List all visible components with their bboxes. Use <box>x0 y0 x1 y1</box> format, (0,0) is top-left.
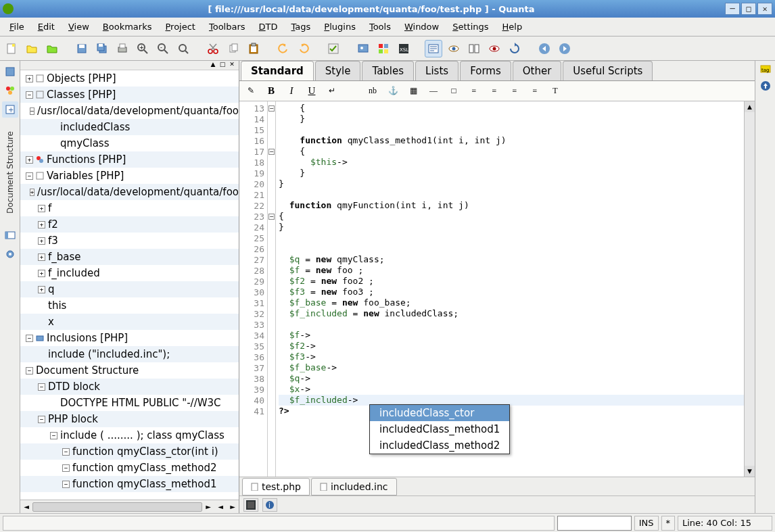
expander-icon[interactable]: − <box>62 481 70 488</box>
templates-view-icon[interactable]: + <box>2 101 18 118</box>
menu-window[interactable]: Window <box>399 20 444 34</box>
tree-node[interactable]: DOCTYPE HTML PUBLIC "-//W3C <box>20 395 239 411</box>
files-view-icon[interactable] <box>2 64 18 80</box>
format-btn-8[interactable]: ▦ <box>406 84 421 99</box>
eye2-icon[interactable] <box>486 40 503 57</box>
menu-dtd[interactable]: DTD <box>254 20 283 34</box>
expander-icon[interactable]: + <box>38 253 45 261</box>
paste-icon[interactable] <box>245 40 262 57</box>
editor-vscroll[interactable]: ▲ ▼ <box>744 101 755 477</box>
check-icon[interactable] <box>325 40 342 57</box>
tree-node[interactable]: +Objects [PHP] <box>20 70 239 87</box>
tag-attributes-icon[interactable]: tag <box>760 64 771 76</box>
tree-node[interactable]: include ("included.inc"); <box>20 346 239 362</box>
status-input[interactable] <box>557 516 632 531</box>
view-source-icon[interactable] <box>425 40 442 57</box>
expander-icon[interactable]: + <box>26 75 33 82</box>
refresh-icon[interactable] <box>506 40 523 57</box>
expander-icon[interactable]: − <box>30 107 34 115</box>
expander-icon[interactable]: + <box>38 286 45 293</box>
format-btn-14[interactable]: ≡ <box>527 84 542 99</box>
expander-icon[interactable]: + <box>26 156 33 164</box>
expander-icon[interactable]: + <box>38 221 45 228</box>
expander-icon[interactable]: − <box>38 416 45 423</box>
tab-tables[interactable]: Tables <box>362 61 414 80</box>
redo-icon[interactable] <box>295 40 312 57</box>
insert-mode-indicator[interactable]: INS <box>634 516 659 531</box>
tree-node[interactable]: −Inclusions [PHP] <box>20 330 239 346</box>
menu-settings[interactable]: Settings <box>447 20 494 34</box>
expander-icon[interactable]: − <box>62 464 70 472</box>
grid-icon[interactable] <box>375 40 392 57</box>
tree-node[interactable]: +f_included <box>20 265 239 281</box>
autocomplete-item[interactable]: includedClass_ctor <box>370 405 509 421</box>
tab-standard[interactable]: Standard <box>241 61 314 80</box>
expander-icon[interactable]: − <box>26 172 33 180</box>
settings-view-icon[interactable] <box>2 246 18 262</box>
menu-plugins[interactable]: Plugins <box>319 20 361 34</box>
open-file-icon[interactable] <box>23 40 41 57</box>
menu-bookmarks[interactable]: Bookmarks <box>97 20 158 34</box>
tree-node[interactable]: −function qmyClass_ctor(int i) <box>20 443 239 460</box>
tab-lists[interactable]: Lists <box>415 61 459 80</box>
nav-back-icon[interactable] <box>536 40 553 57</box>
tree-node[interactable]: +f3 <box>20 233 239 249</box>
menu-help[interactable]: Help <box>497 20 528 34</box>
format-btn-3[interactable]: U <box>304 84 319 99</box>
tree-node[interactable]: −Classes [PHP] <box>20 87 239 103</box>
expander-icon[interactable]: − <box>50 432 57 439</box>
zoom-out-icon[interactable]: - <box>154 40 172 57</box>
autocomplete-item[interactable]: includedClass_method2 <box>370 437 509 454</box>
tree-node[interactable]: +/usr/local/data/development/quanta/foo <box>20 184 239 200</box>
project-view-icon[interactable] <box>2 82 18 99</box>
tree-node[interactable]: −/usr/local/data/development/quanta/foo <box>20 103 239 119</box>
save-icon[interactable] <box>73 40 91 57</box>
expander-icon[interactable]: − <box>26 367 33 374</box>
format-btn-2[interactable]: I <box>284 84 299 99</box>
tree-node[interactable]: −include ( ........ ); class qmyClass <box>20 427 239 443</box>
file-tab[interactable]: included.inc <box>311 478 397 495</box>
print-icon[interactable] <box>114 40 131 57</box>
format-btn-4[interactable]: ↵ <box>325 84 339 99</box>
autocomplete-popup[interactable]: includedClass_ctorincludedClass_method1i… <box>369 404 510 454</box>
menu-view[interactable]: View <box>63 20 95 34</box>
panel-header-controls[interactable]: ▲□✕ <box>20 61 239 70</box>
menu-tools[interactable]: Tools <box>364 20 396 34</box>
upload-icon[interactable] <box>760 80 771 93</box>
structure-view-icon[interactable] <box>2 227 18 243</box>
tree-node[interactable]: includedClass <box>20 119 239 135</box>
minimize-button[interactable]: ─ <box>725 3 740 15</box>
tree-node[interactable]: this <box>20 297 239 314</box>
format-btn-12[interactable]: ≡ <box>487 84 502 99</box>
tree-node[interactable]: −function qmyClass_method2 <box>20 460 239 476</box>
close-button[interactable]: ✕ <box>757 3 772 15</box>
save-all-icon[interactable] <box>93 40 111 57</box>
format-btn-1[interactable]: B <box>264 84 279 99</box>
tree-node[interactable]: −PHP block <box>20 411 239 427</box>
undo-icon[interactable] <box>275 40 292 57</box>
new-file-icon[interactable] <box>3 40 20 57</box>
tree-hscroll[interactable]: ◄► ◄► <box>20 500 239 513</box>
format-btn-7[interactable]: ⚓ <box>385 84 400 99</box>
format-btn-0[interactable]: ✎ <box>243 84 258 99</box>
format-btn-5[interactable] <box>345 84 360 99</box>
maximize-button[interactable]: □ <box>741 3 756 15</box>
expander-icon[interactable]: + <box>30 189 34 196</box>
split-view-icon[interactable] <box>465 40 483 57</box>
tree-node[interactable]: −Document Structure <box>20 362 239 379</box>
tree-node[interactable]: +f2 <box>20 216 239 233</box>
menu-project[interactable]: Project <box>160 20 201 34</box>
autocomplete-item[interactable]: includedClass_method1 <box>370 421 509 437</box>
tree-node[interactable]: −DTD block <box>20 379 239 395</box>
tab-other[interactable]: Other <box>513 61 562 80</box>
cut-icon[interactable] <box>204 40 222 57</box>
copy-icon[interactable] <box>225 40 242 57</box>
nav-forward-icon[interactable] <box>556 40 573 57</box>
format-btn-9[interactable]: — <box>426 84 441 99</box>
tree-node[interactable]: +f <box>20 200 239 216</box>
tree-node[interactable]: +f_base <box>20 249 239 265</box>
format-btn-6[interactable]: nb <box>365 84 380 99</box>
file-tab[interactable]: test.php <box>242 478 310 495</box>
expander-icon[interactable]: − <box>26 335 33 342</box>
info-icon[interactable]: i <box>262 498 277 512</box>
